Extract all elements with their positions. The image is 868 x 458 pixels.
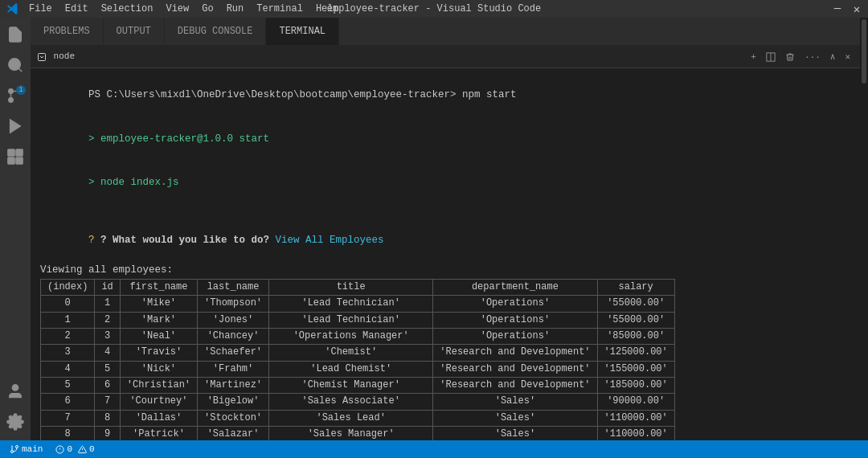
menu-edit[interactable]: Edit [59, 2, 95, 16]
table-cell: 2 [41, 328, 95, 344]
svg-line-10 [18, 68, 22, 72]
menu-terminal[interactable]: Terminal [250, 2, 309, 16]
table-cell: 'Operations Manager' [269, 328, 433, 344]
editor-area: PROBLEMS OUTPUT DEBUG CONSOLE TERMINAL n… [31, 18, 860, 440]
menu-selection[interactable]: Selection [95, 2, 160, 16]
tab-debug-console[interactable]: DEBUG CONSOLE [165, 18, 267, 45]
table-cell: 1 [41, 312, 95, 328]
menu-view[interactable]: View [159, 2, 195, 16]
table-row: 67'Courtney''Bigelow''Sales Associate''S… [41, 394, 675, 410]
table-cell: 'Bigelow' [198, 394, 269, 410]
table-cell: 'Courtney' [120, 394, 197, 410]
col-lastname: last_name [198, 279, 269, 295]
svg-point-29 [11, 451, 14, 453]
table-cell: '55000.00' [597, 312, 674, 328]
files-icon[interactable] [0, 19, 31, 50]
table-cell: 'Lead Chemist' [269, 361, 433, 377]
terminal-collapse-button[interactable]: ∧ [827, 50, 839, 63]
table-row: 12'Mark''Jones''Lead Technician''Operati… [41, 312, 675, 328]
table-cell: 3 [95, 328, 120, 344]
window-controls: ─ ✕ [804, 4, 862, 14]
tab-output[interactable]: OUTPUT [104, 18, 165, 45]
svg-rect-18 [8, 149, 14, 156]
svg-rect-24 [39, 53, 46, 60]
account-icon[interactable] [0, 376, 31, 407]
window-maximize-button[interactable] [842, 4, 852, 14]
table-cell: '185000.00' [597, 378, 674, 394]
terminal-content[interactable]: PS C:\Users\mixdl\OneDrive\Desktop\bootc… [31, 68, 860, 440]
scrollbar-thumb [862, 19, 866, 84]
table-cell: 'Christian' [120, 378, 197, 394]
table-cell: 'Operations' [433, 328, 597, 344]
table-cell: 'Thompson' [198, 296, 269, 312]
svg-rect-20 [8, 157, 14, 164]
window-split-button[interactable] [813, 4, 823, 14]
tab-problems[interactable]: PROBLEMS [31, 18, 104, 45]
table-cell: 'Patrick' [120, 427, 197, 440]
window-close-button[interactable]: ✕ [852, 4, 862, 14]
table-cell: 'Lead Technician' [269, 296, 433, 312]
table-cell: '155000.00' [597, 361, 674, 377]
search-icon[interactable] [0, 50, 31, 80]
window-grid-button[interactable] [823, 4, 833, 14]
tab-terminal[interactable]: TERMINAL [266, 18, 339, 45]
table-cell: 'Mark' [120, 312, 197, 328]
table-cell: 6 [41, 394, 95, 410]
terminal-toolbar-left: node [37, 51, 75, 61]
titlebar: File Edit Selection View Go Run Terminal… [0, 0, 868, 18]
activity-bar: 1 [0, 18, 31, 440]
table-cell: 'Sales' [433, 427, 597, 440]
table-cell: 9 [95, 427, 120, 440]
table-cell: 'Chemist Manager' [269, 378, 433, 394]
terminal-trash-button[interactable] [782, 51, 798, 63]
table-cell: 'Operations' [433, 296, 597, 312]
terminal-question1: ? ? What would you like to do? View All … [40, 219, 850, 262]
table-row: 78'Dallas''Stockton''Sales Lead''Sales''… [41, 410, 675, 426]
col-id: id [95, 279, 120, 295]
warning-count: 0 [89, 444, 95, 454]
window-minimize-button[interactable]: ─ [833, 4, 842, 14]
table-cell: 'Mike' [120, 296, 197, 312]
menu-go[interactable]: Go [195, 2, 219, 16]
settings-icon[interactable] [0, 407, 31, 437]
status-branch[interactable]: main [6, 444, 46, 454]
table-cell: 'Research and Development' [433, 378, 597, 394]
panel-tab-bar: PROBLEMS OUTPUT DEBUG CONSOLE TERMINAL [31, 18, 860, 46]
status-errors[interactable]: 0 0 [52, 444, 97, 454]
terminal-more-button[interactable]: ··· [801, 51, 824, 63]
source-control-icon[interactable]: 1 [0, 80, 31, 111]
scrollbar[interactable] [860, 18, 868, 440]
menu-bar: File Edit Selection View Go Run Terminal… [23, 2, 346, 16]
table-cell: 'Sales' [433, 394, 597, 410]
terminal-output-line2: > node index.js [40, 161, 850, 204]
table-cell: 7 [95, 394, 120, 410]
terminal-node-label: node [37, 51, 75, 61]
table-cell: 5 [41, 378, 95, 394]
col-dept: department_name [433, 279, 597, 295]
table-cell: 'Jones' [198, 312, 269, 328]
status-bar: main 0 0 [0, 440, 868, 458]
menu-run[interactable]: Run [220, 2, 251, 16]
table-cell: 'Chancey' [198, 328, 269, 344]
window-title: employee-tracker - Visual Studio Code [327, 3, 541, 14]
table-cell: 'Stockton' [198, 410, 269, 426]
window-layout-button[interactable] [804, 4, 813, 14]
table-cell: 4 [95, 345, 120, 361]
terminal-close-button[interactable]: ✕ [841, 50, 854, 63]
col-firstname: first_name [120, 279, 197, 295]
source-control-badge: 1 [16, 85, 26, 95]
terminal-output-line1: > employee-tracker@1.0.0 start [40, 117, 850, 160]
menu-file[interactable]: File [23, 2, 59, 16]
svg-rect-21 [16, 157, 23, 164]
table-cell: 'Martinez' [198, 378, 269, 394]
table-cell: 'Research and Development' [433, 345, 597, 361]
extensions-icon[interactable] [0, 141, 31, 172]
terminal-table-wrap: (index) id first_name last_name title de… [40, 277, 850, 440]
table-cell: 7 [41, 410, 95, 426]
debug-icon[interactable] [0, 111, 31, 141]
table-cell: 8 [95, 410, 120, 426]
terminal-add-button[interactable]: + [747, 51, 760, 63]
terminal-split-button[interactable] [763, 51, 779, 63]
table-cell: 'Sales' [433, 410, 597, 426]
table-cell: 1 [95, 296, 120, 312]
